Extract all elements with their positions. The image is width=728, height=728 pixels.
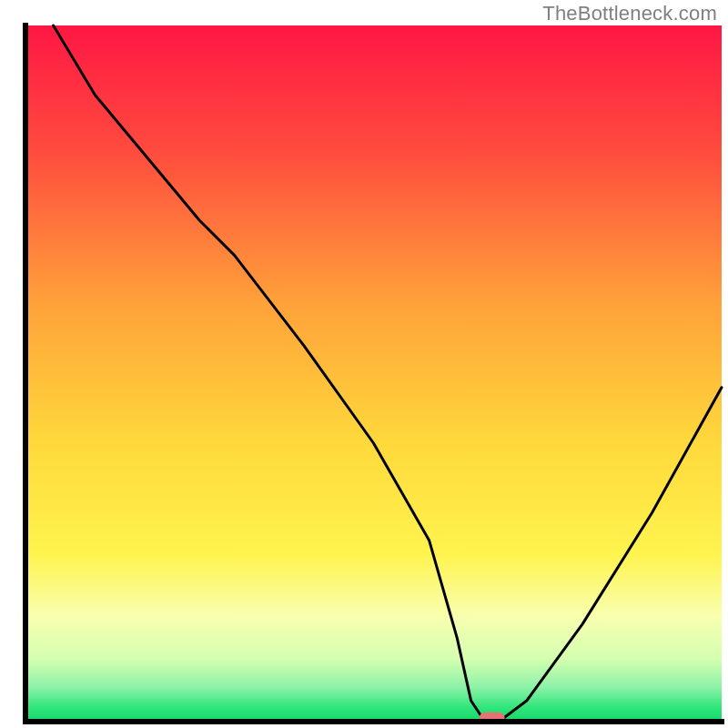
watermark-text: TheBottleneck.com <box>542 2 717 25</box>
gradient-background <box>25 25 722 722</box>
chart-svg <box>0 0 728 728</box>
bottleneck-chart: TheBottleneck.com <box>0 0 728 728</box>
